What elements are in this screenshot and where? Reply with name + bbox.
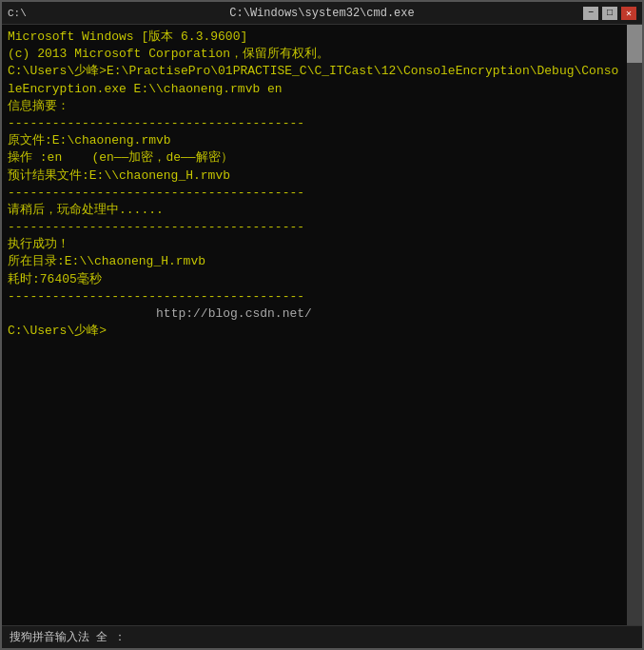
scrollbar[interactable] <box>627 25 642 625</box>
cmd-line: ---------------------------------------- <box>8 219 621 236</box>
cmd-line: 预计结果文件:E:\\chaoneng_H.rmvb <box>8 167 621 185</box>
title-bar-buttons: − □ ✕ <box>583 7 636 20</box>
cmd-line: C:\Users\少峰> <box>8 323 621 340</box>
cmd-line: 请稍后，玩命处理中...... <box>8 202 621 219</box>
cmd-icon: C:\ <box>8 8 27 19</box>
title-bar-title: C:\Windows\system32\cmd.exe <box>229 7 414 20</box>
title-bar-left: C:\ <box>8 8 27 19</box>
cmd-line: 信息摘要： <box>8 98 621 115</box>
cmd-line: 所在目录:E:\\chaoneng_H.rmvb <box>8 253 621 270</box>
cmd-line: http://blog.csdn.net/ <box>8 305 621 323</box>
cmd-line: 执行成功！ <box>8 236 621 253</box>
title-bar: C:\ C:\Windows\system32\cmd.exe − □ ✕ <box>2 2 642 25</box>
status-text: 搜狗拼音输入法 全 ： <box>10 629 126 645</box>
scrollbar-thumb[interactable] <box>627 25 642 63</box>
cmd-area[interactable]: Microsoft Windows [版本 6.3.9600](c) 2013 … <box>2 25 642 625</box>
cmd-content: Microsoft Windows [版本 6.3.9600](c) 2013 … <box>8 29 636 340</box>
status-bar: 搜狗拼音输入法 全 ： <box>2 625 642 648</box>
maximize-button[interactable]: □ <box>602 7 617 20</box>
cmd-line: 操作 :en (en——加密，de——解密） <box>8 149 621 167</box>
window: C:\ C:\Windows\system32\cmd.exe − □ ✕ Mi… <box>0 0 644 650</box>
cmd-line: (c) 2013 Microsoft Corporation，保留所有权利。 <box>8 46 621 63</box>
cmd-line: Microsoft Windows [版本 6.3.9600] <box>8 29 621 46</box>
cmd-line: ---------------------------------------- <box>8 288 621 305</box>
cmd-line: 原文件:E:\chaoneng.rmvb <box>8 132 621 149</box>
cmd-line: C:\Users\少峰>E:\PractisePro\01PRACTISE_C\… <box>8 63 621 97</box>
close-button[interactable]: ✕ <box>621 7 636 20</box>
cmd-line: ---------------------------------------- <box>8 185 621 202</box>
cmd-line: 耗时:76405毫秒 <box>8 271 621 288</box>
cmd-line: ---------------------------------------- <box>8 115 621 132</box>
minimize-button[interactable]: − <box>583 7 598 20</box>
